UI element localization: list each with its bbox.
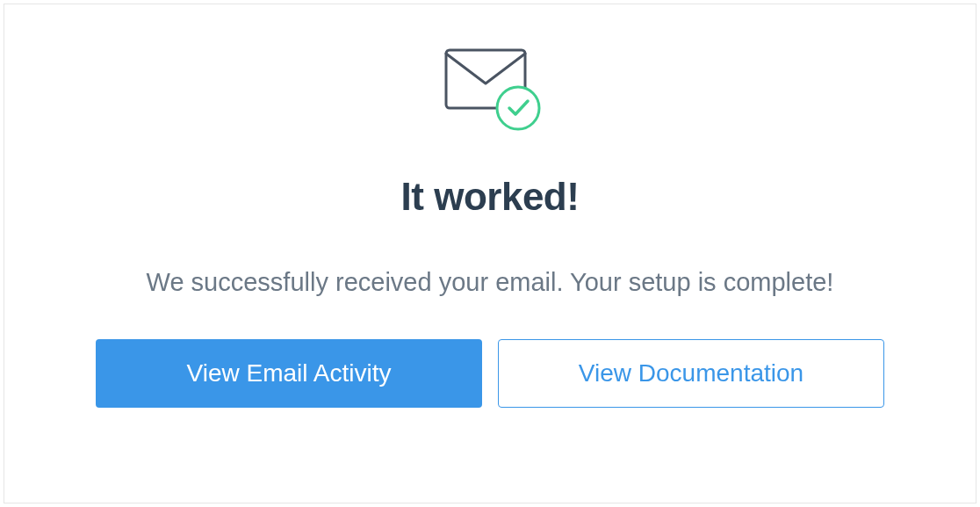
checkmark-circle-icon [497,87,539,129]
view-documentation-button[interactable]: View Documentation [498,339,884,408]
view-email-activity-button[interactable]: View Email Activity [96,339,482,408]
envelope-check-icon [437,45,543,133]
svg-point-1 [497,87,539,129]
success-subtext: We successfully received your email. You… [147,268,834,297]
success-heading: It worked! [401,175,580,219]
button-row: View Email Activity View Documentation [96,339,884,408]
confirmation-panel: It worked! We successfully received your… [4,4,976,503]
